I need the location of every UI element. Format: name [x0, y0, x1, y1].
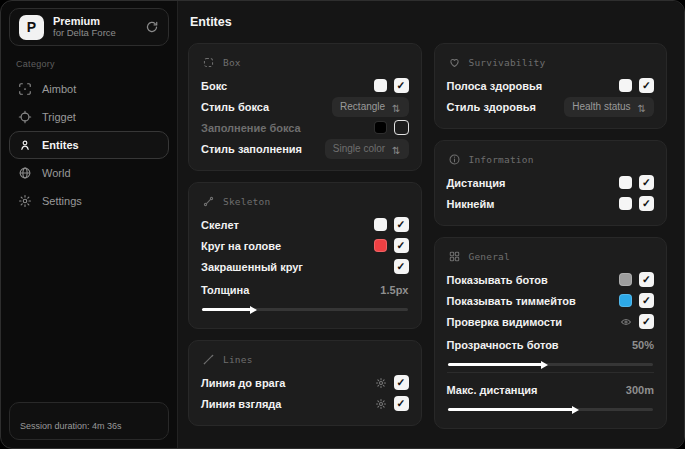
setting-row: Прозрачность ботов 50% [447, 334, 655, 355]
logo-card: P Premium for Delta Force [9, 8, 169, 46]
setting-row: Макс. дистанция 300m [447, 379, 655, 400]
updown-arrows-icon [392, 98, 400, 116]
checkbox[interactable] [394, 120, 409, 135]
sidebar: P Premium for Delta Force Category [1, 1, 177, 448]
panel-survivability: Survivability Полоса здоровья Стиль здор… [434, 43, 668, 129]
panel-lines-header: Lines [202, 353, 409, 366]
health-style-select[interactable]: Health status [564, 97, 654, 117]
panel-box: Box Бокс Стиль бокса Rectangle [188, 43, 422, 171]
left-column: Box Бокс Стиль бокса Rectangle [188, 43, 422, 429]
color-swatch[interactable] [374, 79, 387, 92]
category-label: Category [16, 59, 169, 69]
heart-icon [448, 56, 461, 69]
checkbox[interactable] [394, 396, 409, 411]
color-swatch[interactable] [619, 176, 632, 189]
panel-title: Lines [223, 354, 253, 365]
sidebar-item-settings[interactable]: Settings [9, 187, 169, 215]
sidebar-item-aimbot[interactable]: Aimbot [9, 75, 169, 103]
box-icon [202, 56, 215, 69]
session-card: Session duration: 4m 36s [9, 402, 169, 440]
setting-row: Закрашенный круг [201, 256, 409, 277]
slider-thumb[interactable] [541, 361, 548, 369]
panel-title: Survivability [469, 57, 546, 68]
setting-row: Линия до врага [201, 372, 409, 393]
slider-thumb[interactable] [572, 406, 579, 414]
panel-title: Box [223, 57, 241, 68]
panel-title: Skeleton [223, 196, 270, 207]
setting-row: Полоса здоровья [447, 75, 655, 96]
color-swatch[interactable] [619, 273, 632, 286]
entities-icon [18, 138, 32, 152]
gear-icon [18, 194, 32, 208]
checkbox[interactable] [394, 217, 409, 232]
slider-thumb[interactable] [250, 306, 257, 314]
checkbox[interactable] [639, 293, 654, 308]
right-column: Survivability Полоса здоровья Стиль здор… [434, 43, 668, 429]
bone-icon [202, 195, 215, 208]
panel-box-header: Box [202, 56, 409, 69]
trigger-icon [18, 110, 32, 124]
sidebar-item-label: Entites [42, 139, 79, 151]
box-style-select[interactable]: Rectangle [332, 97, 408, 117]
panel-skeleton-header: Skeleton [202, 195, 409, 208]
checkbox[interactable] [639, 175, 654, 190]
checkbox[interactable] [394, 259, 409, 274]
sidebar-item-trigget[interactable]: Trigget [9, 103, 169, 131]
color-swatch[interactable] [374, 218, 387, 231]
session-duration: Session duration: 4m 36s [20, 421, 122, 431]
color-swatch[interactable] [619, 294, 632, 307]
updown-arrows-icon [392, 140, 400, 158]
gear-icon[interactable] [375, 398, 387, 410]
color-swatch[interactable] [374, 121, 387, 134]
checkbox[interactable] [639, 272, 654, 287]
setting-row: Круг на голове [201, 235, 409, 256]
thickness-slider[interactable] [202, 308, 408, 311]
panel-title: Information [469, 154, 534, 165]
slider-value: 300m [626, 384, 654, 396]
checkbox[interactable] [394, 78, 409, 93]
bot-opacity-slider[interactable] [448, 363, 654, 366]
updown-arrows-icon [638, 98, 646, 116]
divider [447, 372, 655, 373]
setting-row: Бокс [201, 75, 409, 96]
slider-group: Толщина 1.5px [201, 279, 409, 311]
max-distance-slider[interactable] [448, 408, 654, 411]
logo-title: Premium [53, 15, 136, 28]
checkbox[interactable] [639, 78, 654, 93]
checkbox[interactable] [639, 314, 654, 329]
sidebar-item-label: World [42, 167, 71, 179]
setting-row: Заполнение бокса [201, 117, 409, 138]
checkbox[interactable] [639, 196, 654, 211]
slider-group: Макс. дистанция 300m [447, 379, 655, 411]
fill-style-select[interactable]: Single color [325, 139, 409, 159]
setting-row: Стиль здоровья Health status [447, 96, 655, 117]
setting-row: Никнейм [447, 193, 655, 214]
checkbox[interactable] [394, 375, 409, 390]
color-swatch[interactable] [619, 197, 632, 210]
setting-row: Стиль заполнения Single color [201, 138, 409, 159]
globe-icon [18, 166, 32, 180]
line-icon [202, 353, 215, 366]
gear-icon[interactable] [375, 377, 387, 389]
slider-value: 50% [632, 339, 654, 351]
panel-general: General Показывать ботов Показывать тимм… [434, 237, 668, 429]
color-swatch[interactable] [374, 239, 387, 252]
main-content: Entites Box Бокс [177, 1, 684, 448]
logo-text: Premium for Delta Force [53, 15, 136, 39]
panel-survivability-header: Survivability [448, 56, 655, 69]
visibility-icon[interactable] [620, 316, 632, 328]
sidebar-item-world[interactable]: World [9, 159, 169, 187]
sidebar-nav: Aimbot Trigget Entites [9, 75, 169, 215]
setting-row: Стиль бокса Rectangle [201, 96, 409, 117]
info-icon [448, 153, 461, 166]
setting-row: Показывать ботов [447, 269, 655, 290]
color-swatch[interactable] [619, 79, 632, 92]
sidebar-item-entites[interactable]: Entites [9, 131, 169, 159]
panel-lines: Lines Линия до врага [188, 340, 422, 426]
app-window: P Premium for Delta Force Category [0, 0, 685, 449]
setting-row: Показывать тиммейтов [447, 290, 655, 311]
refresh-icon[interactable] [145, 20, 159, 34]
setting-row: Линия взгляда [201, 393, 409, 414]
checkbox[interactable] [394, 238, 409, 253]
grid-icon [448, 250, 461, 263]
